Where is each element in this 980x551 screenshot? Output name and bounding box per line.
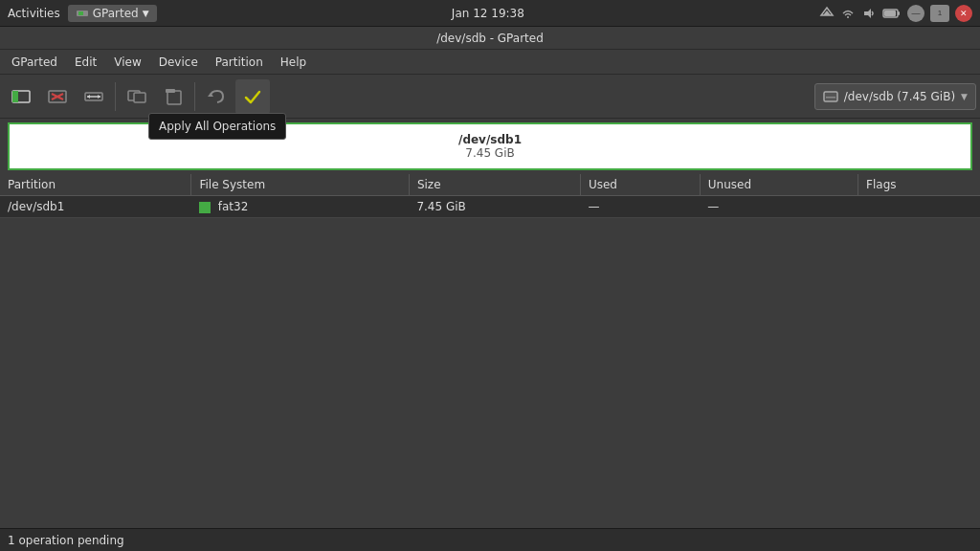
cell-flags-0 bbox=[858, 196, 980, 218]
svg-rect-7 bbox=[884, 11, 896, 16]
menu-help[interactable]: Help bbox=[273, 53, 314, 72]
gparted-dropdown-icon[interactable]: ▼ bbox=[143, 9, 149, 18]
new-icon bbox=[11, 86, 32, 107]
activities-button[interactable]: Activities bbox=[8, 7, 60, 20]
cell-used-0: — bbox=[580, 196, 700, 218]
datetime-display: Jan 12 19:38 bbox=[452, 7, 524, 20]
copy-icon bbox=[126, 86, 147, 107]
svg-rect-9 bbox=[12, 91, 18, 102]
menu-partition[interactable]: Partition bbox=[208, 53, 271, 72]
apply-icon bbox=[242, 86, 263, 107]
gparted-taskbar-badge[interactable]: GParted ▼ bbox=[68, 5, 157, 22]
window-title: /dev/sdb - GParted bbox=[436, 32, 544, 45]
table-body: /dev/sdb1 fat32 7.45 GiB — — bbox=[0, 196, 980, 218]
svg-marker-15 bbox=[87, 95, 90, 99]
partition-visual-name: /dev/sdb1 bbox=[458, 133, 522, 146]
menu-edit[interactable]: Edit bbox=[67, 53, 104, 72]
gparted-icon bbox=[76, 7, 89, 20]
col-partition: Partition bbox=[0, 174, 191, 196]
col-unused: Unused bbox=[700, 174, 858, 196]
apply-tooltip: Apply All Operations bbox=[148, 113, 286, 140]
delete-icon bbox=[47, 86, 68, 107]
device-dropdown-icon[interactable]: ▼ bbox=[961, 92, 968, 101]
svg-rect-1 bbox=[78, 11, 83, 15]
menu-view[interactable]: View bbox=[106, 53, 148, 72]
cell-size-0: 7.45 GiB bbox=[409, 196, 580, 218]
battery-icon bbox=[882, 6, 902, 21]
toolbar-separator-2 bbox=[194, 82, 195, 111]
toolbar-separator-1 bbox=[115, 82, 116, 111]
menu-device[interactable]: Device bbox=[151, 53, 206, 72]
col-size: Size bbox=[409, 174, 580, 196]
svg-rect-20 bbox=[167, 91, 181, 104]
new-partition-button[interactable] bbox=[4, 79, 38, 114]
svg-rect-6 bbox=[898, 11, 900, 15]
device-selector[interactable]: /dev/sdb (7.45 GiB) ▼ bbox=[814, 83, 976, 110]
svg-marker-16 bbox=[98, 95, 100, 99]
copy-partition-button[interactable] bbox=[120, 79, 154, 114]
menu-bar: GParted Edit View Device Partition Help bbox=[0, 50, 980, 75]
window-close-button[interactable]: ✕ bbox=[955, 5, 972, 22]
top-bar-left: Activities GParted ▼ bbox=[8, 5, 157, 22]
fs-color-swatch-0 bbox=[199, 202, 211, 213]
cell-partition-0: /dev/sdb1 bbox=[0, 196, 191, 218]
cell-unused-0: — bbox=[700, 196, 858, 218]
resize-partition-button[interactable] bbox=[77, 79, 111, 114]
network-icon bbox=[819, 6, 835, 21]
col-used: Used bbox=[580, 174, 700, 196]
svg-rect-24 bbox=[826, 97, 835, 99]
status-text: 1 operation pending bbox=[8, 534, 124, 547]
col-filesystem: File System bbox=[191, 174, 409, 196]
title-bar: /dev/sdb - GParted bbox=[0, 27, 980, 50]
volume-icon bbox=[861, 6, 877, 21]
undo-button[interactable] bbox=[199, 79, 234, 114]
col-flags: Flags bbox=[858, 174, 980, 196]
cell-filesystem-0: fat32 bbox=[191, 196, 409, 218]
partition-visual-size: 7.45 GiB bbox=[465, 146, 514, 160]
toolbar: Apply All Operations /dev/sdb (7.45 GiB)… bbox=[0, 75, 980, 119]
device-selector-label: /dev/sdb (7.45 GiB) bbox=[844, 90, 955, 103]
window-count-button[interactable]: 1 bbox=[930, 5, 949, 22]
top-bar: Activities GParted ▼ Jan 12 19:38 bbox=[0, 0, 980, 27]
wifi-icon bbox=[840, 6, 856, 21]
table-header: Partition File System Size Used Unused F… bbox=[0, 174, 980, 196]
svg-rect-18 bbox=[134, 93, 145, 102]
resize-icon bbox=[83, 86, 104, 107]
apply-all-operations-button[interactable] bbox=[235, 79, 270, 114]
undo-icon bbox=[206, 86, 227, 107]
menu-gparted[interactable]: GParted bbox=[4, 53, 65, 72]
status-bar: 1 operation pending bbox=[0, 528, 980, 551]
drive-icon bbox=[823, 89, 838, 104]
top-bar-right: — 1 ✕ bbox=[819, 5, 972, 22]
delete-partition-button[interactable] bbox=[40, 79, 75, 114]
table-row[interactable]: /dev/sdb1 fat32 7.45 GiB — — bbox=[0, 196, 980, 218]
paste-icon bbox=[163, 86, 184, 107]
paste-partition-button[interactable] bbox=[156, 79, 190, 114]
partition-table: Partition File System Size Used Unused F… bbox=[0, 174, 980, 218]
svg-marker-4 bbox=[864, 9, 871, 18]
window-minimize-button[interactable]: — bbox=[907, 5, 924, 22]
gparted-badge-label: GParted bbox=[93, 7, 139, 20]
